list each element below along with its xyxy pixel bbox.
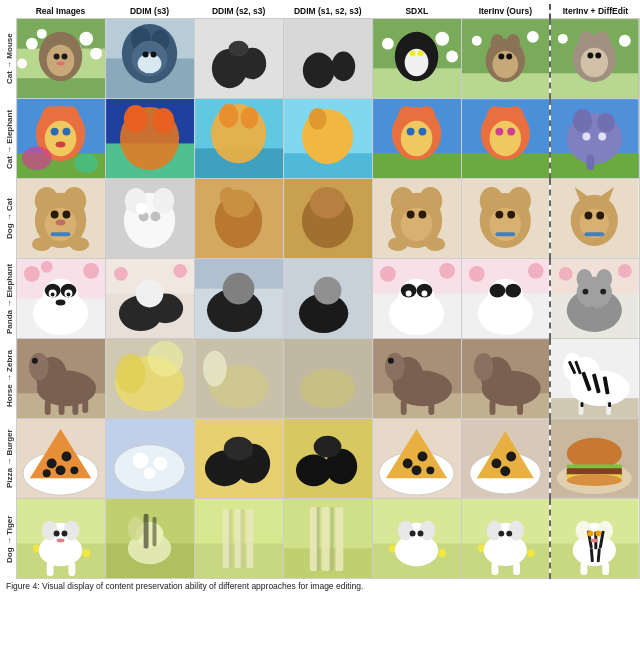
svg-point-271	[42, 469, 50, 477]
svg-point-42	[472, 36, 482, 46]
svg-point-53	[619, 35, 631, 47]
svg-point-207	[559, 267, 573, 281]
svg-rect-213	[589, 306, 596, 326]
svg-point-116	[55, 219, 65, 225]
cell-cat-mouse-iterinv	[461, 19, 550, 99]
svg-point-69	[22, 146, 52, 170]
svg-point-23	[150, 52, 156, 58]
cell-horse-zebra-ddim-s1s2s3	[283, 339, 372, 419]
svg-point-68	[55, 141, 65, 147]
cell-horse-zebra-diffedit	[550, 339, 639, 419]
svg-point-346	[398, 521, 414, 541]
svg-point-133	[309, 187, 345, 219]
svg-point-100	[507, 128, 515, 136]
svg-point-183	[222, 273, 254, 305]
row-label-pizza-burger: Pizza → Burger	[2, 419, 16, 499]
svg-point-49	[506, 54, 512, 60]
row-label-horse-zebra: Horse → Zebra	[2, 339, 16, 419]
svg-rect-332	[240, 509, 244, 568]
svg-rect-339	[330, 507, 333, 571]
svg-point-33	[382, 38, 394, 50]
svg-rect-223	[58, 400, 64, 415]
svg-point-90	[400, 121, 432, 157]
svg-rect-377	[603, 562, 610, 575]
svg-point-70	[74, 153, 98, 173]
cell-dog-cat-real	[16, 179, 105, 259]
cell-panda-elephant-ddim-s1s2s3	[283, 259, 372, 339]
svg-rect-325	[152, 517, 156, 547]
cell-pizza-burger-ddim-s3	[105, 419, 194, 499]
header-real-images: Real Images	[16, 4, 105, 19]
cell-cat-elephant-real	[16, 99, 105, 179]
cell-cat-mouse-ddim-s2s3	[194, 19, 283, 99]
svg-point-323	[127, 517, 143, 541]
svg-point-285	[313, 436, 341, 458]
svg-point-212	[597, 269, 613, 289]
svg-point-79	[218, 104, 238, 128]
svg-point-313	[63, 521, 79, 541]
cell-panda-elephant-sdxl	[372, 259, 461, 339]
cell-cat-elephant-ddim-s2s3	[194, 99, 283, 179]
svg-point-118	[69, 237, 89, 251]
svg-point-200	[528, 263, 544, 279]
svg-point-269	[61, 452, 71, 462]
cell-dog-tiger-iterinv	[461, 499, 550, 579]
svg-rect-150	[495, 232, 515, 236]
svg-point-204	[505, 284, 521, 298]
svg-point-229	[147, 341, 183, 377]
cell-cat-elephant-ddim-s1s2s3	[283, 99, 372, 179]
svg-rect-262	[581, 402, 584, 407]
svg-point-126	[135, 203, 147, 215]
cell-dog-tiger-ddim-s1s2s3	[283, 499, 372, 579]
cell-pizza-burger-ddim-s1s2s3	[283, 419, 372, 499]
svg-rect-224	[72, 400, 78, 415]
svg-point-148	[495, 211, 503, 219]
svg-point-358	[498, 531, 504, 537]
svg-point-3	[36, 29, 46, 39]
svg-point-349	[417, 531, 423, 537]
svg-point-221	[31, 358, 37, 364]
cell-pizza-burger-diffedit	[550, 419, 639, 499]
svg-point-220	[28, 353, 48, 381]
svg-point-199	[469, 266, 485, 282]
cell-dog-cat-diffedit	[550, 179, 639, 259]
svg-point-55	[579, 31, 595, 51]
svg-point-247	[474, 353, 494, 381]
svg-point-170	[50, 293, 54, 297]
svg-point-139	[406, 211, 414, 219]
svg-rect-106	[587, 154, 595, 170]
svg-point-357	[508, 521, 524, 541]
svg-point-38	[409, 51, 415, 57]
svg-rect-337	[335, 507, 343, 571]
svg-point-234	[300, 369, 355, 409]
svg-point-149	[507, 211, 515, 219]
svg-point-37	[404, 49, 428, 77]
cell-horse-zebra-real	[16, 339, 105, 419]
svg-point-91	[406, 128, 414, 136]
row-label-cat-elephant: Cat → Elephant	[2, 99, 16, 179]
svg-rect-318	[68, 562, 75, 576]
svg-rect-324	[143, 514, 148, 549]
svg-point-196	[421, 291, 427, 297]
svg-point-292	[426, 466, 434, 474]
cell-dog-cat-iterinv	[461, 179, 550, 259]
cell-panda-elephant-diffedit	[550, 259, 639, 339]
cell-pizza-burger-sdxl	[372, 419, 461, 499]
row-label-cat-mouse: Cat → Mouse	[2, 19, 16, 99]
svg-point-211	[577, 269, 593, 289]
svg-point-7	[17, 59, 27, 69]
svg-rect-338	[316, 507, 319, 571]
cell-dog-cat-ddim-s2s3	[194, 179, 283, 259]
svg-point-105	[598, 113, 616, 133]
svg-rect-249	[517, 400, 523, 415]
svg-point-6	[90, 48, 102, 60]
svg-rect-119	[50, 232, 70, 236]
svg-point-43	[527, 31, 539, 43]
cell-cat-elephant-sdxl	[372, 99, 461, 179]
svg-point-239	[385, 353, 405, 381]
svg-point-99	[495, 128, 503, 136]
svg-point-11	[46, 45, 74, 77]
svg-rect-329	[234, 509, 241, 568]
svg-point-312	[41, 521, 57, 541]
svg-point-190	[439, 263, 455, 279]
